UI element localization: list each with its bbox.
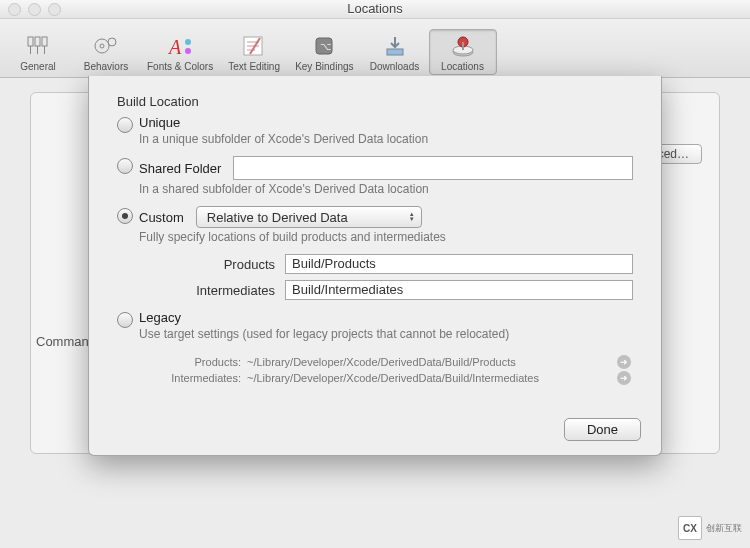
intermediates-input[interactable] <box>285 280 633 300</box>
svg-rect-19 <box>387 49 403 55</box>
toolbar-item-key-bindings[interactable]: ⌥ Key Bindings <box>288 29 360 75</box>
disk-icon <box>447 32 479 60</box>
commandline-label-fragment: Comman <box>36 334 89 349</box>
minimize-icon[interactable] <box>28 3 41 16</box>
done-button[interactable]: Done <box>564 418 641 441</box>
toolbar-label: Text Editing <box>227 61 281 72</box>
unique-desc: In a unique subfolder of Xcode's Derived… <box>139 132 633 146</box>
build-location-sheet: Build Location Unique In a unique subfol… <box>88 76 662 456</box>
switches-icon <box>22 32 54 60</box>
intermediates-label: Intermediates <box>181 283 275 298</box>
svg-point-8 <box>108 38 116 46</box>
window-title: Locations <box>0 0 750 18</box>
toolbar-item-text-editing[interactable]: Text Editing <box>220 29 288 75</box>
custom-relative-popup[interactable]: Relative to Derived Data ▲▼ <box>196 206 422 228</box>
watermark-logo-icon: CX <box>678 516 702 540</box>
shared-folder-input[interactable] <box>233 156 633 180</box>
paths-intermediates-value: ~/Library/Developer/Xcode/DerivedData/Bu… <box>247 372 611 384</box>
toolbar-label: Locations <box>436 61 490 72</box>
custom-desc: Fully specify locations of build product… <box>139 230 633 244</box>
download-icon <box>379 32 411 60</box>
paths-intermediates-label: Intermediates: <box>117 372 241 384</box>
sheet-heading: Build Location <box>117 94 633 109</box>
radio-shared-label: Shared Folder <box>139 161 221 176</box>
preferences-toolbar: General Behaviors A Fonts & Colors Text … <box>0 19 750 78</box>
products-input[interactable] <box>285 254 633 274</box>
popup-value: Relative to Derived Data <box>207 210 348 225</box>
svg-rect-0 <box>28 37 33 46</box>
toolbar-item-fonts-colors[interactable]: A Fonts & Colors <box>140 29 220 75</box>
option-shared: Shared Folder In a shared subfolder of X… <box>117 156 633 196</box>
titlebar: Locations <box>0 0 750 19</box>
resolved-paths: Products: ~/Library/Developer/Xcode/Deri… <box>117 355 633 385</box>
preferences-window: Locations General Behaviors A Fonts & Co… <box>0 0 750 548</box>
toolbar-label: Fonts & Colors <box>147 61 213 72</box>
shared-desc: In a shared subfolder of Xcode's Derived… <box>139 182 633 196</box>
svg-rect-1 <box>35 37 40 46</box>
products-label: Products <box>181 257 275 272</box>
reveal-in-finder-icon[interactable]: ➜ <box>617 371 631 385</box>
svg-text:A: A <box>167 36 182 58</box>
svg-point-6 <box>95 39 109 53</box>
svg-text:⌥: ⌥ <box>320 41 332 52</box>
toolbar-label: Behaviors <box>79 61 133 72</box>
watermark-text: 创新互联 <box>706 522 742 535</box>
radio-shared[interactable] <box>117 158 133 174</box>
paths-products-label: Products: <box>117 356 241 368</box>
toolbar-item-behaviors[interactable]: Behaviors <box>72 29 140 75</box>
option-legacy: Legacy Use target settings (used for leg… <box>117 310 633 341</box>
watermark: CX 创新互联 <box>678 516 742 540</box>
svg-rect-23 <box>462 42 464 50</box>
zoom-icon[interactable] <box>48 3 61 16</box>
key-icon: ⌥ <box>308 32 340 60</box>
radio-legacy[interactable] <box>117 312 133 328</box>
text-editing-icon <box>238 32 270 60</box>
svg-point-11 <box>185 48 191 54</box>
svg-point-7 <box>100 44 104 48</box>
option-unique: Unique In a unique subfolder of Xcode's … <box>117 115 633 146</box>
radio-legacy-label: Legacy <box>139 310 181 325</box>
reveal-in-finder-icon[interactable]: ➜ <box>617 355 631 369</box>
toolbar-item-downloads[interactable]: Downloads <box>361 29 429 75</box>
radio-unique[interactable] <box>117 117 133 133</box>
svg-point-10 <box>185 39 191 45</box>
radio-unique-label: Unique <box>139 115 180 130</box>
toolbar-label: General <box>11 61 65 72</box>
toolbar-item-general[interactable]: General <box>4 29 72 75</box>
toolbar-label: Key Bindings <box>295 61 353 72</box>
traffic-lights <box>8 3 61 16</box>
chevron-up-down-icon: ▲▼ <box>407 212 417 222</box>
toolbar-label: Downloads <box>368 61 422 72</box>
close-icon[interactable] <box>8 3 21 16</box>
paths-products-value: ~/Library/Developer/Xcode/DerivedData/Bu… <box>247 356 611 368</box>
fonts-colors-icon: A <box>164 32 196 60</box>
gears-icon <box>90 32 122 60</box>
legacy-desc: Use target settings (used for legacy pro… <box>139 327 633 341</box>
toolbar-item-locations[interactable]: Locations <box>429 29 497 75</box>
radio-custom[interactable] <box>117 208 133 224</box>
svg-rect-2 <box>42 37 47 46</box>
radio-custom-label: Custom <box>139 210 184 225</box>
option-custom: Custom Relative to Derived Data ▲▼ Fully… <box>117 206 633 300</box>
